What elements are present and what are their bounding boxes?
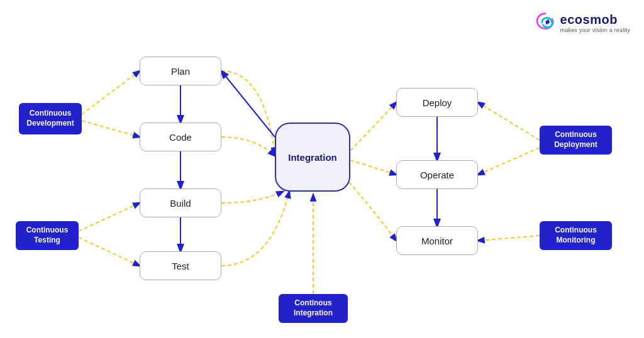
node-monitor-label: Monitor: [421, 236, 453, 246]
svg-line-2: [79, 203, 140, 231]
svg-line-13: [478, 236, 540, 241]
node-build-label: Build: [170, 198, 191, 209]
node-test-label: Test: [172, 261, 189, 271]
node-build: Build: [140, 188, 221, 217]
logo-tagline: makes your vision a reality: [560, 27, 630, 33]
cont-testing-label: ContinuousTesting: [26, 226, 69, 245]
node-deploy-label: Deploy: [423, 97, 452, 108]
node-code-label: Code: [169, 132, 192, 143]
node-deploy: Deploy: [396, 88, 478, 117]
logo-text: ecosmob makes your vision a reality: [560, 13, 630, 33]
svg-line-10: [478, 102, 540, 140]
node-operate: Operate: [396, 160, 478, 189]
svg-line-3: [79, 237, 140, 266]
svg-line-12: [478, 148, 540, 175]
node-plan-label: Plan: [171, 66, 190, 77]
blue-box-cont-integration: ContinousIntegration: [279, 294, 348, 323]
cont-deployment-label: ContinuousDeployment: [554, 130, 597, 150]
blue-box-cont-monitoring: ContinuousMonitoring: [540, 221, 612, 250]
blue-box-cont-testing: ContinuousTesting: [16, 221, 79, 250]
svg-line-1: [82, 121, 140, 137]
node-operate-label: Operate: [420, 170, 454, 180]
cont-integration-label: ContinousIntegration: [294, 298, 333, 318]
svg-line-0: [82, 71, 140, 114]
node-plan: Plan: [140, 57, 221, 85]
integration-label: Integration: [288, 152, 337, 163]
node-test: Test: [140, 251, 221, 280]
integration-box: Integration: [275, 123, 350, 192]
logo: ecosmob makes your vision a reality: [534, 11, 630, 34]
cont-monitoring-label: ContinuousMonitoring: [555, 226, 597, 245]
blue-box-cont-dev: ContinuousDevelopment: [19, 103, 82, 134]
node-code: Code: [140, 123, 221, 151]
blue-box-cont-deployment: ContinuousDeployment: [540, 126, 612, 155]
cont-dev-label: ContinuousDevelopment: [26, 109, 74, 128]
logo-name: ecosmob: [560, 13, 630, 27]
node-monitor: Monitor: [396, 226, 478, 255]
ecosmob-logo-icon: [534, 11, 557, 34]
svg-line-11: [221, 71, 275, 137]
